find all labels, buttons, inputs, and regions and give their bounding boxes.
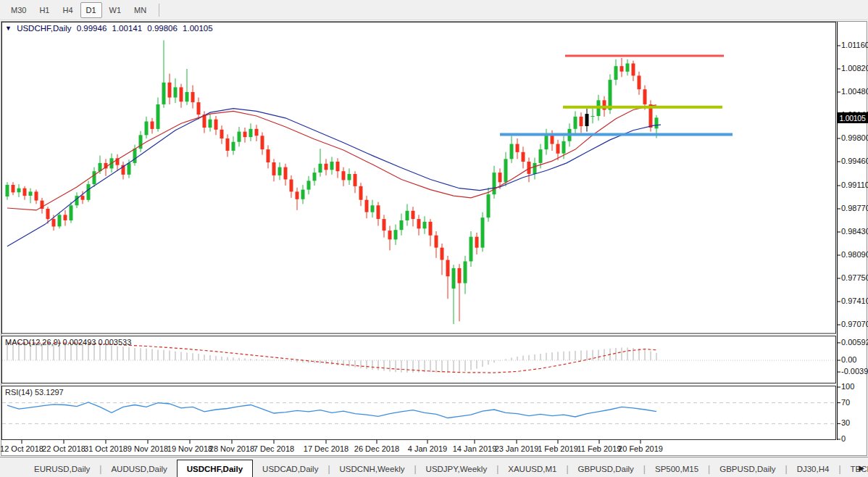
timeframe-button-h4[interactable]: H4 bbox=[57, 2, 78, 18]
price-axis-label: 0.99460 bbox=[841, 157, 868, 165]
candle-body bbox=[580, 117, 583, 126]
candle-body bbox=[574, 117, 577, 129]
candle-body bbox=[522, 152, 525, 162]
candle-body bbox=[168, 83, 172, 98]
candle-body bbox=[412, 211, 415, 219]
candle-body bbox=[46, 209, 50, 219]
candle-body bbox=[232, 142, 235, 151]
candle-body bbox=[313, 173, 317, 181]
candle-body bbox=[157, 104, 160, 129]
candle-body bbox=[174, 87, 178, 97]
chart-tab-xauusd-m1[interactable]: XAUUSD,M1 bbox=[498, 461, 566, 477]
ohlc-open: 0.99946 bbox=[77, 24, 107, 33]
candle-body bbox=[249, 129, 253, 137]
candle-body bbox=[87, 184, 91, 200]
candle-body bbox=[562, 141, 566, 154]
candle-body bbox=[220, 130, 224, 138]
candle-body bbox=[330, 162, 334, 170]
candle-body bbox=[23, 188, 27, 196]
date-axis-label: 12 Oct 2018 bbox=[0, 444, 43, 453]
main-panel-border bbox=[2, 22, 836, 334]
candle-body bbox=[64, 215, 67, 220]
candle-body bbox=[35, 191, 38, 200]
ohlc-close: 1.00105 bbox=[183, 24, 213, 33]
candle-body bbox=[93, 171, 96, 184]
timeframe-button-mn[interactable]: MN bbox=[128, 2, 152, 18]
price-axis-label: 0.98770 bbox=[841, 204, 868, 212]
chart-tab-dj30-h4[interactable]: DJ30,H4 bbox=[788, 461, 839, 477]
rsi-axis-label: 30 bbox=[841, 418, 850, 427]
candle-body bbox=[348, 174, 351, 181]
macd-label: MACD(12,26,9) 0.002493 0.003533 bbox=[5, 338, 131, 347]
price-axis-label: 1.01160 bbox=[841, 41, 868, 49]
ohlc-high: 1.00141 bbox=[112, 24, 143, 33]
candle-body bbox=[365, 200, 369, 212]
price-axis-label: 1.00820 bbox=[841, 64, 868, 72]
candle-body bbox=[17, 188, 21, 193]
candle-body bbox=[377, 205, 380, 219]
candle-body bbox=[493, 173, 496, 194]
chart-tab-usdcnh-weekly[interactable]: USDCNH,Weekly bbox=[330, 461, 414, 477]
candle-body bbox=[638, 75, 641, 89]
symbol-dropdown-icon[interactable]: ▼ bbox=[5, 25, 12, 32]
candle-body bbox=[504, 159, 508, 182]
chart-tab-gbpusd-daily[interactable]: GBPUSD,Daily bbox=[710, 461, 785, 477]
date-axis-label: 9 Nov 2018 bbox=[128, 444, 168, 453]
date-axis-label: 1 Feb 2019 bbox=[538, 444, 578, 453]
candle-body bbox=[620, 66, 624, 72]
chart-tab-eurusd-daily[interactable]: EURUSD,Daily bbox=[25, 461, 99, 477]
candle-body bbox=[498, 173, 502, 182]
candle-body bbox=[585, 114, 589, 126]
candle-body bbox=[458, 268, 462, 283]
candle-body bbox=[278, 167, 282, 175]
candle-body bbox=[470, 237, 473, 262]
candle-body bbox=[475, 237, 479, 248]
date-axis-label: 17 Dec 2018 bbox=[304, 444, 349, 453]
candle-body bbox=[429, 222, 433, 236]
candle-body bbox=[342, 171, 346, 180]
candle-body bbox=[539, 149, 543, 163]
date-axis-label: 26 Dec 2018 bbox=[354, 444, 399, 453]
date-axis-label: 11 Feb 2019 bbox=[577, 444, 622, 453]
timeframe-button-m30[interactable]: M30 bbox=[5, 2, 32, 18]
candle-body bbox=[533, 163, 537, 174]
chart-canvas[interactable] bbox=[0, 20, 868, 457]
candle-body bbox=[614, 66, 618, 80]
candle-body bbox=[383, 219, 386, 231]
date-axis-label: 4 Jan 2019 bbox=[408, 444, 447, 453]
rsi-axis-label: 70 bbox=[841, 398, 850, 407]
tab-scroll-right-icon[interactable]: ▶ bbox=[859, 464, 864, 472]
candle-body bbox=[75, 196, 79, 205]
timeframe-button-h1[interactable]: H1 bbox=[33, 2, 55, 18]
price-axis-label: 0.99800 bbox=[841, 133, 868, 142]
candle-body bbox=[238, 132, 241, 142]
date-axis-label: 19 Nov 2018 bbox=[167, 444, 212, 453]
date-axis-label: 22 Oct 2018 bbox=[42, 444, 85, 453]
candle-body bbox=[209, 120, 212, 128]
candle-body bbox=[655, 117, 659, 128]
timeframe-toolbar: M30H1H4D1W1MN bbox=[0, 0, 868, 20]
chart-tab-usdjpy-weekly[interactable]: USDJPY,Weekly bbox=[417, 461, 497, 477]
candle-body bbox=[12, 185, 15, 192]
chart-tab-usdchf-daily[interactable]: USDCHF,Daily bbox=[177, 460, 253, 477]
candle-body bbox=[261, 136, 264, 149]
chart-tab-gbpusd-daily[interactable]: GBPUSD,Daily bbox=[569, 461, 643, 477]
current-price-tag: 1.00105 bbox=[837, 112, 868, 123]
candle-body bbox=[609, 80, 612, 109]
date-axis-label: 7 Dec 2018 bbox=[254, 444, 294, 453]
chart-tab-usdcad-daily[interactable]: USDCAD,Daily bbox=[253, 461, 327, 477]
candle-body bbox=[226, 138, 230, 151]
candle-body bbox=[441, 248, 444, 260]
timeframe-button-w1[interactable]: W1 bbox=[104, 2, 128, 18]
candle-body bbox=[319, 164, 322, 173]
chart-tab-sp500-m15[interactable]: SP500,M15 bbox=[646, 461, 708, 477]
candle-body bbox=[388, 231, 392, 239]
candle-body bbox=[354, 174, 357, 186]
chart-window[interactable]: ▼ USDCHF,Daily 0.99946 1.00141 0.99806 1… bbox=[0, 20, 868, 457]
chart-tab-audusd-daily[interactable]: AUDUSD,Daily bbox=[101, 461, 176, 477]
candle-body bbox=[481, 217, 485, 247]
timeframe-button-d1[interactable]: D1 bbox=[80, 2, 102, 18]
candle-body bbox=[81, 196, 85, 200]
price-axis-label: 0.97410 bbox=[841, 296, 868, 305]
candle-body bbox=[52, 219, 56, 226]
